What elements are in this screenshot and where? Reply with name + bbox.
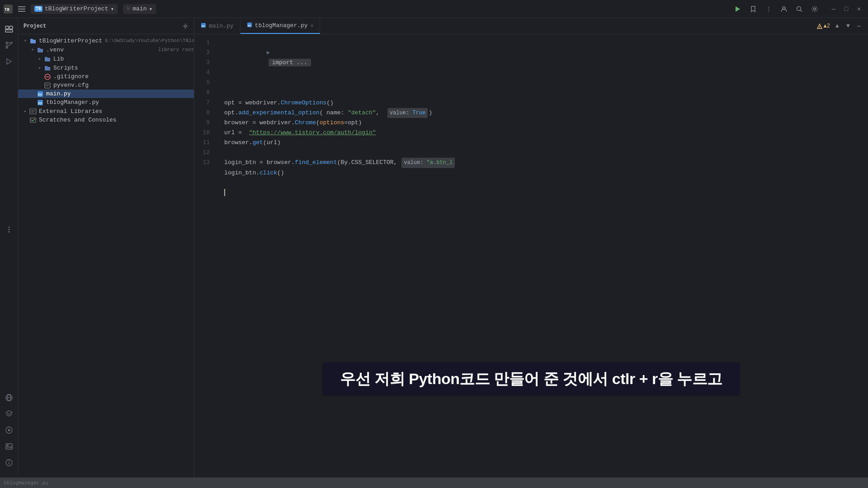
- tblogpy-label: tblogManager.py: [46, 99, 194, 106]
- settings-button[interactable]: [809, 4, 820, 14]
- sidebar-icon-play[interactable]: [2, 423, 16, 437]
- more-options-button[interactable]: ⋮: [763, 4, 774, 14]
- scroll-down-button[interactable]: ▼: [843, 21, 854, 32]
- extlib-arrow: ▸: [22, 108, 29, 114]
- project-tree: ▾ tBlogWriterProject E:\SWStudy\Youtube\…: [18, 34, 194, 477]
- svg-text:py: py: [38, 93, 42, 96]
- code-line-1: ▶ import ...: [224, 38, 868, 78]
- panel-settings-icon[interactable]: [182, 23, 189, 29]
- sidebar-icons: [0, 18, 18, 477]
- close-button[interactable]: ✕: [854, 4, 864, 14]
- tab-mainpy-icon: py: [201, 23, 206, 30]
- sidebar-icon-globe[interactable]: [2, 390, 16, 405]
- tree-item-scratches[interactable]: Scratches and Consoles: [18, 116, 194, 124]
- tree-item-tblogmanager-py[interactable]: py tblogManager.py: [18, 98, 194, 107]
- ln-6: 6: [194, 88, 217, 98]
- mainpy-label: main.py: [46, 90, 194, 97]
- search-button[interactable]: [794, 4, 805, 14]
- tree-item-scripts[interactable]: ▸ Scripts: [18, 63, 194, 72]
- tab-tblogpy-label: tblogManager.py: [255, 22, 308, 29]
- ln-11: 11: [194, 138, 217, 148]
- hamburger-menu-button[interactable]: [16, 5, 27, 14]
- scripts-arrow: ▸: [36, 65, 43, 70]
- extlib-label: External Libraries: [39, 108, 194, 115]
- branch-selector[interactable]: ⑂ main ▾: [123, 4, 156, 14]
- project-name-label: tBlogWriterProject: [45, 5, 108, 12]
- svg-point-15: [8, 229, 9, 230]
- sidebar-icon-image[interactable]: [2, 439, 16, 454]
- project-selector[interactable]: TB tBlogWriterProject ▾: [31, 4, 118, 14]
- sidebar-icon-git[interactable]: [2, 38, 16, 52]
- warning-count: ▲2: [824, 23, 830, 29]
- tab-tblogpy-icon: py: [247, 22, 252, 29]
- app-icon: TB: [4, 5, 13, 14]
- gitignore-label: .gitignore: [53, 73, 194, 80]
- sidebar-icon-project[interactable]: [2, 22, 16, 36]
- pyvenv-icon: [43, 82, 52, 89]
- svg-marker-13: [7, 59, 11, 64]
- root-name: tBlogWriterProject: [39, 38, 102, 44]
- ln-10: 10: [194, 128, 217, 138]
- scratches-icon: [29, 117, 37, 123]
- svg-text:TB: TB: [5, 8, 9, 12]
- more-file-options[interactable]: ⋯: [854, 21, 864, 32]
- tree-item-main-py[interactable]: py main.py: [18, 89, 194, 98]
- bookmark-button[interactable]: [748, 4, 759, 14]
- profile-button[interactable]: [778, 4, 789, 14]
- code-line-4: opt = webdriver.ChromeOptions(): [224, 98, 868, 108]
- svg-marker-20: [6, 411, 12, 414]
- tab-mainpy-label: main.py: [209, 23, 234, 29]
- svg-point-16: [8, 231, 9, 233]
- ln-2: 2: [194, 48, 217, 58]
- svg-rect-41: [30, 118, 36, 122]
- branch-dropdown-icon: ▾: [149, 5, 153, 13]
- svg-point-27: [9, 461, 9, 462]
- svg-point-6: [814, 8, 816, 10]
- code-line-3: [224, 88, 868, 98]
- tree-root-item[interactable]: ▾ tBlogWriterProject E:\SWStudy\Youtube\…: [18, 36, 194, 45]
- ln-7: 7: [194, 98, 217, 108]
- tree-item-venv[interactable]: ▾ .venv library root: [18, 45, 194, 54]
- tree-item-pyvenv[interactable]: pyvenv.cfg: [18, 81, 194, 89]
- tabs-actions: ▲2 ▲ ▼ ⋯: [815, 21, 868, 32]
- line-numbers: 1 2 3 4 5 6 7 8 9 10 11 12 13: [194, 34, 217, 477]
- svg-point-11: [10, 42, 12, 44]
- code-editor-inner: 1 2 3 4 5 6 7 8 9 10 11 12 13: [194, 34, 868, 477]
- code-line-7: url = "https://www.tistory.com/auth/logi…: [224, 128, 868, 138]
- pyvenv-label: pyvenv.cfg: [53, 82, 194, 89]
- scroll-up-button[interactable]: ▲: [832, 21, 843, 32]
- root-folder-icon: [29, 37, 37, 44]
- subtitle-overlay: 우선 저희 Python코드 만들어 준 것에서 ctlr + r을 누르고: [322, 362, 740, 396]
- code-line-9: [224, 148, 868, 158]
- svg-text:py: py: [248, 23, 251, 27]
- svg-rect-9: [9, 26, 13, 29]
- tree-item-external-libraries[interactable]: ▸ External Libraries: [18, 107, 194, 116]
- sidebar-icon-run[interactable]: [2, 54, 16, 69]
- sidebar-icon-layers[interactable]: [2, 407, 16, 421]
- warning-indicator[interactable]: ▲2: [815, 21, 832, 32]
- warning-icon: [817, 23, 822, 29]
- ln-3: 3: [194, 58, 217, 68]
- tab-close-button[interactable]: ✕: [311, 23, 314, 28]
- text-cursor: [224, 189, 225, 196]
- project-dropdown-icon: ▾: [110, 5, 114, 13]
- extlib-icon: [29, 108, 37, 115]
- svg-point-4: [797, 6, 801, 10]
- tree-item-lib[interactable]: ▸ Lib: [18, 54, 194, 63]
- tree-item-gitignore[interactable]: .gitignore: [18, 72, 194, 81]
- run-button[interactable]: [732, 4, 743, 14]
- tab-tblogmanager-py[interactable]: py tblogManager.py ✕: [241, 18, 321, 34]
- minimize-button[interactable]: —: [828, 4, 839, 14]
- tab-main-py[interactable]: py main.py: [194, 18, 241, 34]
- mainpy-icon: py: [36, 91, 44, 97]
- ln-12: 12: [194, 148, 217, 158]
- sidebar-icon-info[interactable]: [2, 455, 16, 470]
- subtitle-text: 우선 저희 Python코드 만들어 준 것에서 ctlr + r을 누르고: [340, 370, 722, 387]
- maximize-button[interactable]: □: [841, 4, 852, 14]
- root-arrow: ▾: [22, 38, 29, 43]
- branch-git-icon: ⑂: [127, 5, 130, 12]
- code-editor[interactable]: 1 2 3 4 5 6 7 8 9 10 11 12 13: [194, 34, 868, 477]
- sidebar-icon-more[interactable]: [2, 222, 16, 237]
- scripts-label: Scripts: [53, 65, 194, 71]
- code-line-2: [224, 78, 868, 88]
